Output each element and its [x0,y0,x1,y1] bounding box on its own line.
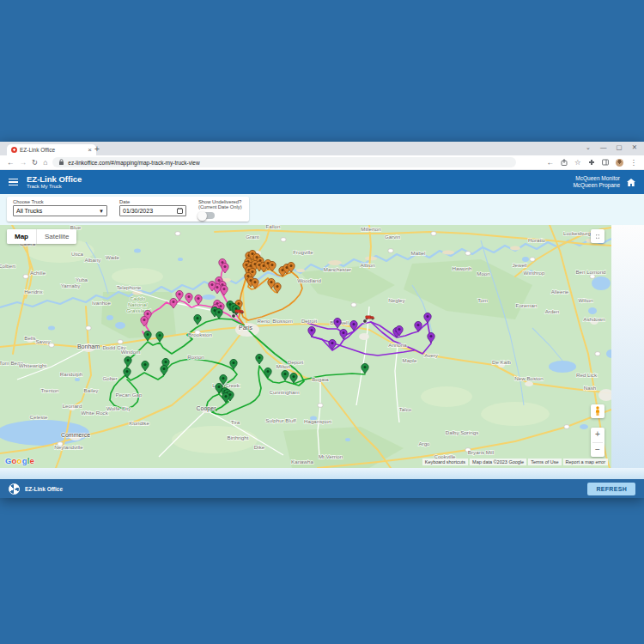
map-type-satellite-button[interactable]: Satellite [37,229,76,244]
town-label: Ivanhoe [92,300,112,306]
town-label: Avery [424,352,439,358]
zoom-out-button[interactable]: − [591,443,605,458]
map-type-map-button[interactable]: Map [7,229,36,244]
window-close-icon[interactable]: ✕ [632,143,637,151]
stop-marker[interactable] [363,319,368,324]
map-pin-green[interactable] [256,354,263,364]
window-maximize-icon[interactable]: ▢ [617,143,623,151]
map-pin-green[interactable] [264,368,271,378]
map-pin-green[interactable] [194,314,201,325]
map-pin-green[interactable] [156,331,163,342]
lock-icon [58,159,64,166]
map-pin-green[interactable] [290,373,297,383]
url-bar[interactable]: ez-linkoffice.com/#/mapping/map-track-my… [52,157,516,167]
town-label: Bonham [77,343,100,349]
map-pin-pink[interactable] [185,293,192,303]
road-shield-icon [318,404,323,408]
town-label: Pecan Gap [116,392,143,398]
map-pin-green[interactable] [216,308,222,319]
undelivered-toggle[interactable] [198,212,215,219]
app-home-icon[interactable] [627,179,635,186]
town-label: Kanawha [291,459,313,465]
home-icon[interactable]: ⌂ [43,159,47,167]
map-pin-green[interactable] [282,370,289,380]
town-label: Mt Vernon [319,453,343,459]
account-monitor: McQueen Monitor [573,175,620,182]
town-label: Maple [403,357,417,363]
town-label: Ashdown [583,316,605,322]
map-attribution-item[interactable]: Keyboard shortcuts [422,459,468,465]
forward-icon[interactable]: → [20,159,27,167]
send-to-device-icon[interactable]: ← [546,159,554,167]
map-pin-green[interactable] [125,356,131,367]
truck-select[interactable]: All Trucks ▼ [13,205,107,216]
browser-menu-icon[interactable]: ⋮ [630,159,638,167]
map-pin-purple[interactable] [428,332,434,343]
profile-avatar[interactable] [616,159,623,167]
map-pin-pink[interactable] [195,295,202,305]
toggle-knob [197,211,207,221]
new-tab-button[interactable]: + [94,145,100,154]
tab-search-icon[interactable]: ⌄ [586,143,591,151]
road-shield-icon [595,352,600,356]
map-terrain-patch [421,386,472,407]
filter-controls-row: Choose Truck All Trucks ▼ Date 01/30/202… [0,194,644,225]
map-stream [532,328,562,361]
map-pin-purple[interactable] [334,318,341,328]
map-lake [48,326,55,331]
map-attribution-item[interactable]: Report a map error [563,459,608,465]
account-info: McQueen Monitor McQueen Propane [573,175,620,189]
hamburger-menu-icon[interactable] [9,179,18,186]
street-view-pegman[interactable] [591,404,605,418]
map-lake [588,307,597,314]
map-attribution-item[interactable]: Terms of Use [528,459,561,465]
town-label: Randolph [60,371,83,377]
tab-close-icon[interactable]: × [88,147,92,154]
town-label: Birthright [228,434,249,440]
town-label: Wilton [578,297,593,303]
zoom-in-button[interactable]: + [591,428,605,442]
map-canvas[interactable]: BlueCaleraUticaAlbanyWadeColbertAchilleY… [0,225,611,468]
town-label: Red Lick [576,372,598,378]
fullscreen-button[interactable] [591,229,605,243]
date-input[interactable]: 01/30/2023 [119,205,186,216]
town-label: Savoy [35,338,51,344]
town-label: Albion [360,262,375,268]
date-label: Date [119,199,186,204]
map-pin-purple[interactable] [308,326,315,337]
ezlink-favicon-icon [11,147,17,153]
map-pin-pink[interactable] [221,285,228,295]
town-label: Windom [121,349,141,355]
town-label: Albany [85,257,102,263]
back-icon[interactable]: ← [7,159,15,167]
app-header: EZ-Link Office Track My Truck McQueen Mo… [0,170,644,194]
town-label: Foreman [516,302,538,308]
truck-marker[interactable] [366,316,374,320]
map-pin-purple[interactable] [424,313,431,323]
browser-window: EZ-Link Office × + ⌄ — ▢ ✕ ← → ↻ ⌂ ez-li… [0,142,644,498]
side-panel-icon[interactable] [602,159,609,166]
town-label: Blossom [272,318,293,324]
map-pin-pink[interactable] [176,290,183,301]
extensions-icon[interactable] [588,159,595,166]
town-label: Horatio [528,237,546,243]
bookmark-star-icon[interactable]: ☆ [574,159,581,167]
town-label: Talco [399,406,412,412]
map-pin-green[interactable] [161,365,167,375]
map-attribution-item: Map data ©2023 Google [470,459,526,465]
town-label: Garvin [385,234,401,240]
share-icon[interactable] [561,159,568,166]
town-label: Yarnaby [61,283,81,289]
browser-tab[interactable]: EZ-Link Office × [7,144,96,155]
window-minimize-icon[interactable]: — [600,143,607,151]
map-urban-area [359,333,369,340]
refresh-button[interactable]: REFRESH [587,483,635,495]
pegman-icon [594,406,601,416]
stop-marker[interactable] [232,314,236,319]
date-group: Date 01/30/2023 [119,199,186,219]
map-highway [0,324,611,393]
fullscreen-icon [596,233,599,240]
town-label: Negley [388,297,405,303]
map-pin-green[interactable] [142,361,149,371]
reload-icon[interactable]: ↻ [32,159,38,167]
